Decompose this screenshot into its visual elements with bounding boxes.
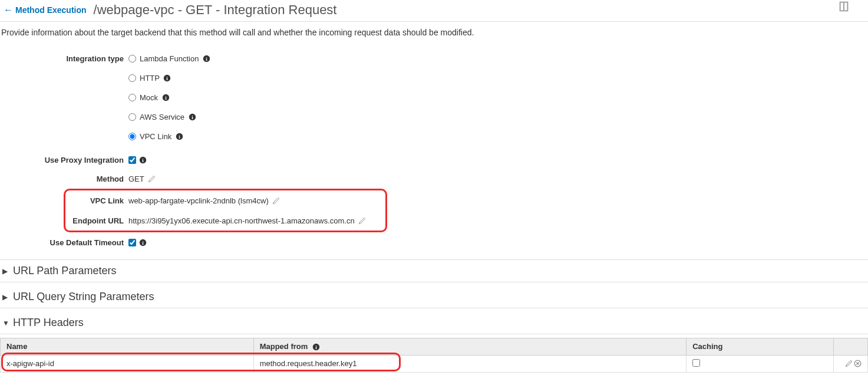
table-row: x-apigw-api-id method.request.header.key… — [1, 355, 868, 372]
integration-type-label: Integration type — [0, 54, 128, 63]
info-icon[interactable]: i — [202, 55, 210, 63]
section-http-headers[interactable]: ▼ HTTP Headers — [0, 312, 868, 334]
endpoint-url-label: Endpoint URL — [65, 216, 128, 225]
radio-mock-label: Mock — [140, 93, 158, 102]
radio-vpc-link[interactable]: VPC Link i — [128, 130, 183, 143]
info-icon[interactable]: i — [138, 156, 147, 164]
section-title: HTTP Headers — [13, 317, 84, 329]
info-icon[interactable]: i — [161, 94, 170, 102]
info-icon[interactable]: i — [188, 113, 196, 121]
radio-lambda-input[interactable] — [128, 55, 136, 62]
integration-form: Integration type Lambda Function i HTTP … — [0, 43, 868, 256]
th-name: Name — [1, 338, 254, 356]
vpc-link-value: web-app-fargate-vpclink-2ndnlb (lsm4cw) — [128, 196, 269, 205]
use-proxy-label: Use Proxy Integration — [0, 156, 128, 164]
section-url-path-params[interactable]: ▶ URL Path Parameters — [0, 259, 868, 282]
radio-lambda[interactable]: Lambda Function i — [128, 52, 210, 65]
highlight-box-vpc-endpoint: VPC Link web-app-fargate-vpclink-2ndnlb … — [64, 189, 387, 232]
endpoint-url-row: Endpoint URL https://3i95y1yx06.execute-… — [65, 213, 385, 228]
book-icon[interactable] — [837, 0, 850, 15]
page-header: ← Method Execution /webpage-vpc - GET - … — [0, 0, 868, 22]
caret-right-icon: ▶ — [2, 293, 8, 301]
pencil-icon[interactable] — [148, 175, 156, 183]
radio-lambda-label: Lambda Function — [140, 54, 199, 63]
radio-aws-service-input[interactable] — [128, 113, 136, 121]
radio-http-label: HTTP — [140, 74, 160, 83]
radio-mock[interactable]: Mock i — [128, 91, 170, 104]
info-icon[interactable]: i — [163, 74, 171, 83]
caret-right-icon: ▶ — [2, 267, 8, 275]
radio-mock-input[interactable] — [128, 94, 136, 101]
section-title: URL Query String Parameters — [13, 291, 154, 303]
delete-icon[interactable] — [854, 360, 862, 367]
section-title: URL Path Parameters — [13, 265, 116, 277]
radio-aws-service-label: AWS Service — [140, 113, 184, 121]
back-link[interactable]: ← Method Execution — [4, 5, 87, 15]
integration-type-options: Lambda Function i — [128, 52, 210, 65]
radio-http-input[interactable] — [128, 74, 136, 82]
pencil-icon[interactable] — [358, 217, 366, 225]
header-mapped-value: method.request.header.key1 — [260, 359, 357, 368]
integration-type-row: Integration type Lambda Function i — [0, 49, 868, 68]
radio-vpc-link-label: VPC Link — [140, 132, 171, 141]
pencil-icon[interactable] — [845, 360, 853, 367]
arrow-left-icon: ← — [4, 5, 13, 15]
vpc-link-label: VPC Link — [65, 196, 128, 205]
vpc-link-row: VPC Link web-app-fargate-vpclink-2ndnlb … — [65, 193, 385, 208]
th-mapped-from: Mapped from i — [253, 338, 687, 356]
method-value: GET — [128, 175, 144, 183]
radio-vpc-link-input[interactable] — [128, 133, 136, 140]
pencil-icon[interactable] — [272, 197, 280, 205]
back-link-label: Method Execution — [15, 5, 87, 15]
default-timeout-checkbox[interactable] — [128, 239, 136, 246]
endpoint-url-value: https://3i95y1yx06.execute-api.cn-northw… — [128, 216, 355, 225]
section-url-query-params[interactable]: ▶ URL Query String Parameters — [0, 286, 868, 308]
default-timeout-row: Use Default Timeout i — [0, 235, 868, 250]
caret-down-icon: ▼ — [2, 319, 8, 327]
default-timeout-label: Use Default Timeout — [0, 238, 128, 247]
info-icon[interactable]: i — [175, 133, 183, 141]
method-label: Method — [0, 175, 128, 183]
page-description: Provide information about the target bac… — [0, 22, 868, 43]
radio-http[interactable]: HTTP i — [128, 71, 171, 85]
th-mapped-from-label: Mapped from — [260, 342, 308, 351]
radio-aws-service[interactable]: AWS Service i — [128, 110, 196, 124]
use-proxy-checkbox[interactable] — [128, 156, 136, 164]
info-icon[interactable]: i — [312, 343, 321, 351]
info-icon[interactable]: i — [138, 238, 147, 246]
method-row: Method GET — [0, 171, 868, 186]
page-title: /webpage-vpc - GET - Integration Request — [94, 2, 337, 18]
http-headers-table: Name Mapped from i Caching x-apigw-api-i… — [0, 338, 868, 373]
th-actions — [833, 338, 867, 356]
header-caching-checkbox[interactable] — [692, 359, 700, 367]
use-proxy-row: Use Proxy Integration i — [0, 152, 868, 167]
header-name-value: x-apigw-api-id — [6, 359, 54, 368]
th-caching: Caching — [687, 338, 834, 356]
